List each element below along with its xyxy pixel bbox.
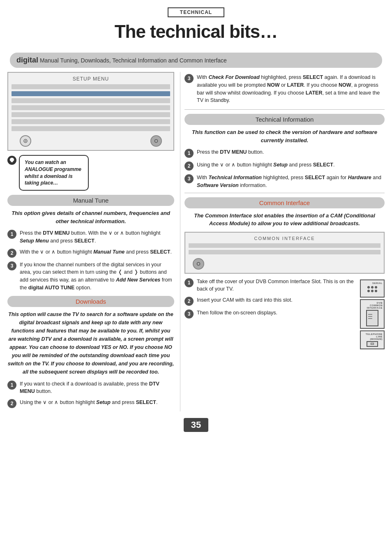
ci-step-num-3: 3 — [184, 309, 194, 319]
ci-step-text-3: Then follow the on-screen displays. — [197, 309, 356, 317]
technical-badge: TECHNICAL — [168, 7, 224, 17]
ci-icon — [193, 258, 204, 270]
common-interface-header: Common Interface — [184, 197, 385, 208]
downloads-step-text-1: If you want to check if a download is av… — [20, 380, 174, 396]
tech-info-step-3: 3 With Technical Information highlighted… — [184, 174, 385, 189]
diag-box-dvb: DVBCOMMONINTERFACE — [360, 299, 385, 329]
ci-step-1: 1 Take off the cover of your DVB Common … — [184, 278, 356, 293]
menu-row-3 — [12, 98, 170, 103]
digital-banner: digital Manual Tuning, Downloads, Techni… — [10, 53, 382, 68]
svg-point-5 — [198, 263, 199, 264]
right-diagram: SERIAL DVBCOMMONINTERFACE — [360, 279, 385, 349]
tech-info-step-num-3: 3 — [184, 174, 194, 183]
note-icon — [7, 156, 16, 165]
svg-point-1 — [25, 141, 26, 142]
ci-step-text-2: Insert your CAM with its card into this … — [197, 296, 356, 304]
step-text-2: With the ∨ or ∧ button highlight Manual … — [20, 248, 174, 256]
downloads-step-text-3: With Check For Download highlighted, pre… — [197, 74, 385, 104]
downloads-step-2: 2 Using the ∨ or ∧ button highlight Setu… — [7, 399, 174, 408]
diag-box-telephone: TELEPHONELINE(MODEM) — [360, 330, 385, 349]
menu-row-2 — [12, 91, 170, 96]
diag-serial-label: SERIAL — [362, 282, 383, 284]
menu-icon-left — [20, 135, 31, 147]
menu-icons-row — [12, 134, 170, 147]
diag-dvb-label: DVBCOMMONINTERFACE — [362, 302, 383, 309]
left-column: SETUP MENU You can watch an ANALOG — [7, 72, 180, 411]
menu-row-1 — [12, 84, 170, 89]
step-num-3: 3 — [7, 261, 16, 270]
manual-tune-intro: This option gives details of channel num… — [7, 209, 174, 225]
manual-tune-header: Manual Tune — [7, 195, 174, 206]
divider-2 — [184, 193, 385, 193]
main-content: SETUP MENU You can watch an ANALOG — [0, 72, 392, 411]
page-header: TECHNICAL The technical bits… — [0, 0, 392, 45]
manual-tune-step-2: 2 With the ∨ or ∧ button highlight Manua… — [7, 248, 174, 258]
tech-info-intro: This function can be used to check the v… — [184, 128, 385, 144]
ci-steps-with-diagram: 1 Take off the cover of your DVB Common … — [184, 278, 385, 349]
menu-row-7 — [12, 126, 170, 131]
ci-step-3: 3 Then follow the on-screen displays. — [184, 309, 356, 319]
menu-icon-right — [150, 135, 162, 147]
step-num-2: 2 — [7, 249, 16, 258]
step-text-3: If you know the channel numbers of the d… — [20, 261, 174, 292]
tech-info-step-num-2: 2 — [184, 162, 194, 171]
menu-row-5 — [12, 112, 170, 117]
ci-steps: 1 Take off the cover of your DVB Common … — [184, 278, 356, 322]
tech-info-header: Technical Information — [184, 114, 385, 125]
page-number: 35 — [184, 418, 208, 432]
tech-info-step-text-1: Press the DTV MENU button. — [197, 148, 385, 156]
downloads-step-num-1: 1 — [7, 381, 16, 390]
divider-1 — [184, 109, 385, 110]
banner-text: Manual Tuning, Downloads, Technical Info… — [38, 57, 227, 64]
tech-info-step-2: 2 Using the ∨ or ∧ button highlight Setu… — [184, 161, 385, 171]
step-text-1: Press the DTV MENU button. With the ∨ or… — [20, 229, 174, 245]
ci-screen-title: COMMON INTERFACE — [189, 236, 380, 241]
setup-menu-title: SETUP MENU — [12, 76, 170, 82]
ci-screen-box: COMMON INTERFACE — [184, 232, 385, 274]
tech-info-step-num-1: 1 — [184, 149, 194, 158]
downloads-step-num-3: 3 — [184, 74, 194, 83]
common-interface-intro: The Common Interface slot enables the in… — [184, 212, 385, 228]
downloads-intro: This option will cause the TV to search … — [7, 310, 174, 376]
ci-icon-row — [189, 256, 380, 270]
banner-bold: digital — [16, 56, 38, 64]
page-number-container: 35 — [0, 418, 392, 432]
right-column: 3 With Check For Download highlighted, p… — [180, 72, 385, 411]
ci-row-2 — [189, 250, 380, 254]
step-num-1: 1 — [7, 230, 16, 239]
downloads-header: Downloads — [7, 296, 174, 307]
ci-step-text-1: Take off the cover of your DVB Common In… — [197, 278, 356, 293]
page-title: The technical bits… — [0, 21, 392, 42]
downloads-step-num-2: 2 — [7, 399, 16, 408]
diag-box-serial: SERIAL — [360, 279, 385, 298]
svg-point-3 — [156, 141, 157, 142]
tech-info-step-1: 1 Press the DTV MENU button. — [184, 148, 385, 158]
tech-info-step-text-3: With Technical Information highlighted, … — [197, 174, 385, 189]
note-bubble-row: You can watch an ANALOGUE programme whil… — [7, 155, 174, 191]
ci-step-2: 2 Insert your CAM with its card into thi… — [184, 296, 356, 306]
ci-step-num-1: 1 — [184, 278, 194, 287]
ci-row-1 — [189, 243, 380, 248]
tech-info-step-text-2: Using the ∨ or ∧ button highlight Setup … — [197, 161, 385, 169]
setup-menu-box: SETUP MENU — [7, 72, 174, 151]
menu-row-4 — [12, 105, 170, 110]
ci-step-num-2: 2 — [184, 297, 194, 306]
menu-row-6 — [12, 119, 170, 124]
manual-tune-step-1: 1 Press the DTV MENU button. With the ∨ … — [7, 229, 174, 245]
downloads-step-text-2: Using the ∨ or ∧ button highlight Setup … — [20, 399, 174, 406]
diag-telephone-label: TELEPHONELINE(MODEM) — [362, 333, 383, 340]
downloads-step-1: 1 If you want to check if a download is … — [7, 380, 174, 396]
note-bubble: You can watch an ANALOGUE programme whil… — [19, 155, 89, 191]
downloads-step-3: 3 With Check For Download highlighted, p… — [184, 74, 385, 104]
manual-tune-step-3: 3 If you know the channel numbers of the… — [7, 261, 174, 292]
